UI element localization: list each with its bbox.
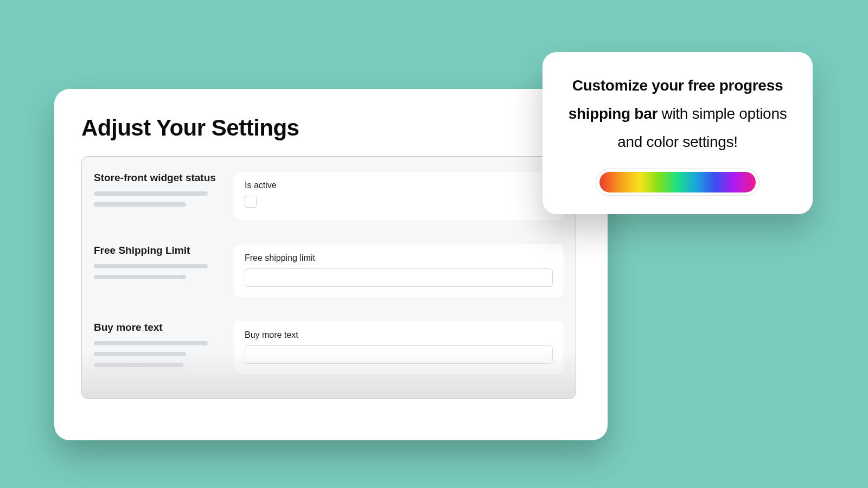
free-shipping-limit-input[interactable] — [245, 268, 553, 287]
skeleton-line — [94, 202, 186, 207]
setting-label-widget-status: Store-front widget status — [94, 172, 219, 184]
field-card-is-active: Is active — [234, 172, 564, 221]
settings-card: Adjust Your Settings Store-front widget … — [54, 89, 608, 440]
callout-card: Customize your free progress shipping ba… — [542, 52, 813, 214]
setting-label-buy-more-text: Buy more text — [94, 322, 219, 333]
skeleton-line — [94, 264, 208, 268]
field-card-free-shipping-limit: Free shipping limit — [234, 245, 564, 298]
page-title: Adjust Your Settings — [81, 115, 580, 141]
setting-label-free-shipping-limit: Free Shipping Limit — [94, 245, 219, 256]
setting-row-buy-more-text: Buy more text Buy more text — [94, 322, 564, 375]
setting-label-free-shipping-text: Free shipping text — [94, 399, 219, 399]
hue-gradient-icon — [599, 172, 756, 192]
setting-row-free-shipping-limit: Free Shipping Limit Free shipping limit — [94, 245, 564, 298]
settings-panel: Store-front widget status Is active Free… — [81, 156, 576, 399]
skeleton-line — [94, 352, 186, 356]
field-card-free-shipping-text: Free shipping text — [234, 399, 564, 399]
field-label-free-shipping-limit: Free shipping limit — [245, 253, 553, 263]
field-label-buy-more-text: Buy more text — [245, 330, 553, 340]
skeleton-line — [94, 191, 208, 196]
setting-row-widget-status: Store-front widget status Is active — [94, 172, 564, 221]
color-slider[interactable] — [596, 169, 760, 196]
buy-more-text-input[interactable] — [245, 345, 553, 364]
field-label-is-active: Is active — [245, 181, 553, 190]
callout-text: Customize your free progress shipping ba… — [566, 72, 789, 156]
is-active-checkbox[interactable] — [245, 196, 257, 208]
skeleton-line — [94, 363, 183, 367]
field-card-buy-more-text: Buy more text — [234, 322, 564, 375]
skeleton-line — [94, 275, 186, 279]
setting-row-free-shipping-text: Free shipping text Free shipping text — [94, 399, 564, 399]
skeleton-line — [94, 341, 208, 345]
